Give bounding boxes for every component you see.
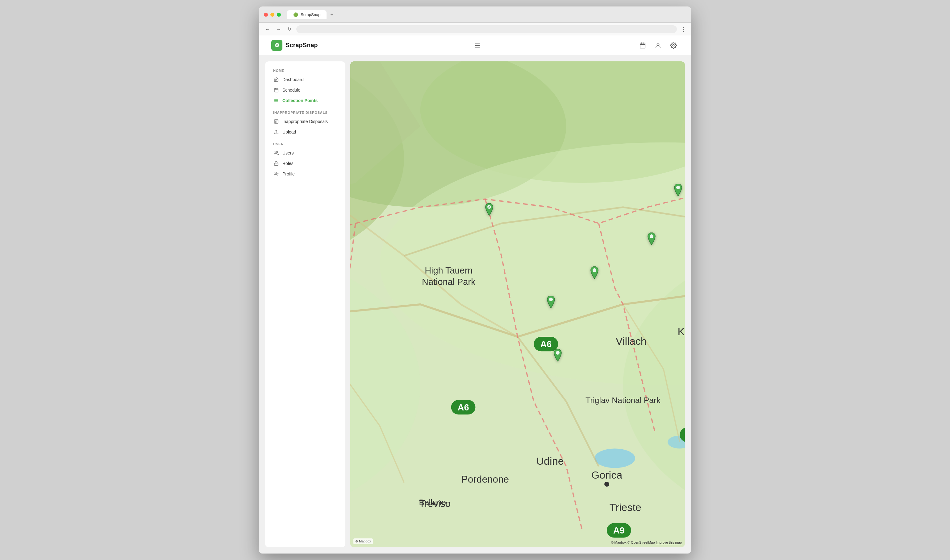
app-body: HOME Dashboard xyxy=(259,55,691,554)
svg-point-31 xyxy=(595,449,635,468)
sidebar-item-dashboard[interactable]: Dashboard xyxy=(270,74,341,85)
sidebar: HOME Dashboard xyxy=(265,62,345,547)
svg-text:Gorica: Gorica xyxy=(591,469,623,481)
svg-text:National Park: National Park xyxy=(422,277,476,287)
map-container[interactable]: A6 A6 A6 M7 S35 A3 A9 Graz Szombathely S… xyxy=(350,62,685,547)
tab-logo: 🟢 xyxy=(293,12,298,17)
profile-label: Profile xyxy=(282,171,295,176)
sidebar-section-user: USER xyxy=(270,142,341,146)
sidebar-item-schedule[interactable]: Schedule xyxy=(270,85,341,95)
svg-point-5 xyxy=(672,45,674,46)
sidebar-section-home: HOME xyxy=(270,69,341,72)
browser-controls: 🟢 ScrapSnap + xyxy=(264,10,686,19)
svg-text:Klagenfurt: Klagenfurt xyxy=(677,326,685,337)
svg-point-102 xyxy=(592,268,596,272)
sidebar-item-roles[interactable]: Roles xyxy=(270,158,341,169)
new-tab-button[interactable]: + xyxy=(328,10,336,19)
svg-text:Udine: Udine xyxy=(536,455,564,467)
svg-text:♻: ♻ xyxy=(488,206,490,209)
schedule-icon xyxy=(273,88,279,92)
sidebar-item-profile[interactable]: Profile xyxy=(270,169,341,179)
header-center: ☰ xyxy=(318,40,637,51)
map-pin-high-tauern[interactable]: ♻ xyxy=(484,203,494,217)
tab-title: ScrapSnap xyxy=(301,12,320,17)
sidebar-item-upload[interactable]: Upload xyxy=(270,127,341,137)
svg-point-103 xyxy=(556,351,560,355)
logo-text: ScrapSnap xyxy=(285,42,318,49)
svg-point-99 xyxy=(650,234,653,238)
svg-point-20 xyxy=(275,172,276,174)
svg-rect-13 xyxy=(275,120,278,123)
forward-button[interactable]: → xyxy=(275,26,282,33)
svg-point-94 xyxy=(604,482,609,487)
map-svg: A6 A6 A6 M7 S35 A3 A9 Graz Szombathely S… xyxy=(350,62,685,547)
svg-text:Venice: Venice xyxy=(429,546,460,547)
header-actions xyxy=(637,40,679,51)
upload-icon xyxy=(273,129,279,134)
back-button[interactable]: ← xyxy=(264,26,271,33)
svg-rect-19 xyxy=(275,163,278,165)
svg-text:Belluno: Belluno xyxy=(419,498,446,507)
browser-addressbar: ← → ↻ ⋮ xyxy=(259,23,691,35)
minimize-button[interactable] xyxy=(270,13,275,17)
browser-menu-icon[interactable]: ⋮ xyxy=(680,26,686,33)
schedule-label: Schedule xyxy=(282,88,300,92)
lock-icon xyxy=(273,161,279,166)
improve-map-link[interactable]: Improve this map xyxy=(656,541,682,544)
map-pin-ljubljana[interactable] xyxy=(589,266,599,280)
house-icon xyxy=(273,77,279,82)
svg-point-18 xyxy=(275,151,276,153)
svg-rect-6 xyxy=(275,89,278,92)
svg-text:A6: A6 xyxy=(458,402,469,412)
refresh-button[interactable]: ↻ xyxy=(286,26,293,33)
fullscreen-button[interactable] xyxy=(277,13,281,17)
map-pin-maribor-1[interactable] xyxy=(646,232,657,246)
mapbox-logo: ⊙ Mapbox xyxy=(353,538,373,544)
map-attribution: © Mapbox © OpenStreetMap Improve this ma… xyxy=(611,541,682,544)
svg-point-101 xyxy=(549,298,553,301)
svg-text:Villach: Villach xyxy=(616,335,646,347)
calendar-icon xyxy=(639,42,646,49)
sidebar-item-collection-points[interactable]: Collection Points xyxy=(270,95,341,106)
map-pin-trieste[interactable] xyxy=(553,349,563,363)
browser-titlebar: 🟢 ScrapSnap + xyxy=(259,6,691,23)
svg-point-100 xyxy=(676,186,680,189)
trash-icon xyxy=(273,119,279,124)
dashboard-label: Dashboard xyxy=(282,77,304,82)
sidebar-section-disposals: INAPPROPRIATE DISPOSALS xyxy=(270,111,341,114)
users-label: Users xyxy=(282,151,294,155)
browser-window: 🟢 ScrapSnap + ← → ↻ ⋮ ♻ ScrapSnap ☰ xyxy=(259,6,691,554)
svg-text:A6: A6 xyxy=(540,339,552,349)
browser-tabs: 🟢 ScrapSnap + xyxy=(287,10,336,19)
svg-text:High Tauern: High Tauern xyxy=(425,266,472,275)
inappropriate-disposals-label: Inappropriate Disposals xyxy=(282,119,328,124)
app-header: ♻ ScrapSnap ☰ xyxy=(259,35,691,55)
map-pin-maribor-2[interactable] xyxy=(673,184,683,197)
app-logo: ♻ ScrapSnap xyxy=(271,40,318,51)
sidebar-item-inappropriate-disposals[interactable]: Inappropriate Disposals xyxy=(270,116,341,127)
hamburger-button[interactable]: ☰ xyxy=(473,40,482,51)
close-button[interactable] xyxy=(264,13,268,17)
user-icon xyxy=(655,42,662,49)
svg-text:A9: A9 xyxy=(613,525,625,535)
sidebar-item-users[interactable]: Users xyxy=(270,148,341,158)
profile-button[interactable] xyxy=(653,40,663,51)
logo-icon: ♻ xyxy=(271,40,282,51)
svg-text:Trieste: Trieste xyxy=(609,502,642,513)
svg-text:Triglav National Park: Triglav National Park xyxy=(586,395,661,405)
upload-label: Upload xyxy=(282,129,296,134)
browser-tab[interactable]: 🟢 ScrapSnap xyxy=(287,10,327,19)
collection-points-icon xyxy=(273,98,279,103)
map-pin-gorica[interactable] xyxy=(546,296,556,309)
svg-text:Pordenone: Pordenone xyxy=(461,474,509,485)
settings-button[interactable] xyxy=(668,40,679,51)
roles-label: Roles xyxy=(282,161,293,166)
collection-points-label: Collection Points xyxy=(282,98,318,103)
address-bar[interactable] xyxy=(296,25,677,33)
profile-icon xyxy=(273,171,279,176)
svg-point-4 xyxy=(657,43,659,45)
users-icon xyxy=(273,151,279,155)
svg-rect-0 xyxy=(640,43,645,48)
gear-icon xyxy=(670,42,677,49)
calendar-button[interactable] xyxy=(637,40,648,51)
